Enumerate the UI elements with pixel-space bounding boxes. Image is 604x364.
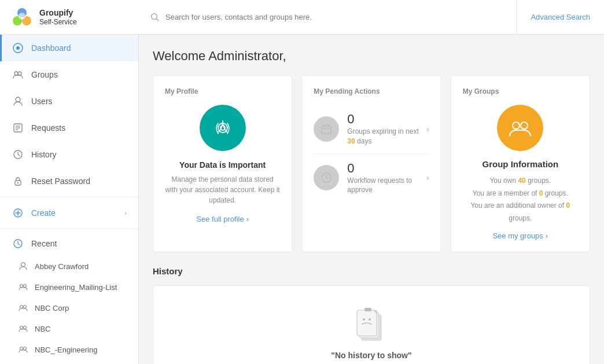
recent-item-nbc-engineering[interactable]: NBC_-Engineering bbox=[0, 339, 138, 360]
pending-groups-label: Groups expiring in next 30 days bbox=[347, 127, 426, 146]
history-no-data-title: "No history to show" bbox=[331, 351, 411, 360]
history-section-title: History bbox=[153, 266, 590, 276]
svg-point-39 bbox=[521, 122, 528, 129]
profile-link-chevron-icon: › bbox=[246, 215, 249, 223]
history-illustration bbox=[351, 303, 392, 344]
search-input[interactable] bbox=[165, 13, 504, 21]
svg-point-9 bbox=[18, 72, 21, 75]
svg-rect-33 bbox=[322, 126, 331, 134]
recent-user-icon bbox=[17, 260, 29, 272]
see-my-groups-link[interactable]: See my groups › bbox=[492, 231, 548, 240]
logo-area: Groupify Self-Service bbox=[0, 5, 139, 30]
history-card: "No history to show" "Make working histo… bbox=[153, 285, 590, 364]
welcome-title: Welcome Administrator, bbox=[153, 49, 590, 64]
pending-workflow-label: Workflow requests to approve bbox=[347, 176, 426, 196]
groups-member-count: 0 bbox=[539, 189, 543, 197]
svg-point-38 bbox=[513, 122, 520, 129]
dashboard-grid: My Profile Your Data is Import bbox=[153, 75, 590, 252]
my-profile-section-label: My Profile bbox=[165, 87, 280, 95]
my-groups-section-label: My Groups bbox=[463, 87, 578, 95]
sidebar-history-label: History bbox=[31, 150, 127, 159]
recent-item-engineering[interactable]: Engineering_Mailing-List bbox=[0, 277, 138, 297]
recent-section-header: Recent bbox=[0, 231, 138, 256]
sidebar-divider-2 bbox=[0, 229, 138, 229]
svg-point-10 bbox=[16, 97, 20, 102]
recent-item-abbey-label: Abbey Crawford bbox=[35, 262, 89, 271]
sidebar-item-requests[interactable]: Requests bbox=[0, 115, 138, 141]
reset-password-icon bbox=[12, 175, 24, 187]
svg-point-43 bbox=[363, 318, 365, 321]
svg-line-5 bbox=[157, 19, 159, 21]
sidebar-create-label: Create bbox=[31, 208, 124, 218]
topbar: Groupify Self-Service Advanced Search bbox=[0, 0, 604, 35]
svg-point-22 bbox=[21, 263, 25, 267]
my-groups-card: My Groups Group Information You own bbox=[451, 75, 590, 252]
svg-point-8 bbox=[14, 72, 18, 75]
pending-30-days: 30 bbox=[347, 137, 357, 145]
pending-icon-workflow bbox=[314, 165, 339, 190]
pending-item2-chevron-icon[interactable]: › bbox=[426, 173, 429, 182]
pending-workflow-count: 0 bbox=[347, 161, 426, 176]
svg-point-28 bbox=[24, 326, 27, 329]
sidebar-item-create[interactable]: Create › bbox=[0, 200, 138, 226]
recent-item-nbc-corp[interactable]: NBC Corp bbox=[0, 297, 138, 318]
my-profile-card: My Profile Your Data is Import bbox=[153, 75, 292, 252]
groups-additional-count: 0 bbox=[566, 201, 570, 209]
main-content: Welcome Administrator, My Profile bbox=[139, 35, 604, 364]
profile-avatar bbox=[200, 105, 246, 151]
groups-link-chevron-icon: › bbox=[546, 231, 548, 240]
sidebar: Dashboard Groups Users bbox=[0, 35, 139, 364]
svg-rect-46 bbox=[364, 308, 371, 311]
dashboard-icon bbox=[12, 42, 24, 54]
sidebar-dashboard-label: Dashboard bbox=[31, 43, 127, 53]
sidebar-divider bbox=[0, 197, 138, 197]
sidebar-requests-label: Requests bbox=[31, 123, 127, 133]
svg-point-24 bbox=[24, 285, 27, 288]
pending-workflow-info: 0 Workflow requests to approve bbox=[347, 161, 426, 196]
profile-card-desc: Manage the personal data stored with you… bbox=[165, 174, 280, 205]
recent-group-icon-2 bbox=[17, 302, 29, 314]
svg-point-23 bbox=[20, 285, 23, 288]
sidebar-item-reset-password[interactable]: Reset Password bbox=[0, 168, 138, 194]
search-area bbox=[139, 0, 517, 34]
groups-icon bbox=[12, 68, 24, 81]
sidebar-item-groups[interactable]: Groups bbox=[0, 61, 138, 88]
logo-icon bbox=[9, 5, 35, 30]
advanced-search-link[interactable]: Advanced Search bbox=[517, 13, 604, 21]
pending-groups-info: 0 Groups expiring in next 30 days bbox=[347, 112, 426, 146]
groups-own-count: 40 bbox=[518, 177, 525, 185]
svg-point-3 bbox=[19, 13, 25, 20]
user-icon bbox=[12, 95, 24, 108]
groups-card-content: Group Information You own 40 groups. You… bbox=[463, 105, 578, 240]
recent-item-nbc-engineering-label: NBC_-Engineering bbox=[35, 345, 97, 354]
sidebar-item-users[interactable]: Users bbox=[0, 88, 138, 115]
recent-label: Recent bbox=[31, 239, 57, 248]
svg-point-30 bbox=[24, 347, 27, 350]
recent-icon bbox=[12, 237, 24, 250]
pending-item1-chevron-icon[interactable]: › bbox=[426, 124, 429, 134]
sidebar-item-history[interactable]: History bbox=[0, 141, 138, 168]
groups-avatar bbox=[497, 105, 543, 151]
groups-card-title: Group Information bbox=[482, 159, 558, 169]
recent-item-nbc-corp-label: NBC Corp bbox=[35, 304, 69, 312]
recent-item-nbc-label: NBC bbox=[35, 325, 50, 333]
requests-icon bbox=[12, 122, 24, 134]
recent-item-nbc[interactable]: NBC bbox=[0, 318, 138, 339]
sidebar-item-dashboard[interactable]: Dashboard bbox=[0, 35, 138, 61]
svg-point-44 bbox=[369, 318, 371, 321]
svg-point-26 bbox=[24, 306, 27, 308]
svg-point-17 bbox=[17, 182, 19, 183]
recent-group-icon bbox=[17, 281, 29, 293]
recent-item-engineering-label: Engineering_Mailing-List bbox=[35, 283, 117, 292]
svg-point-27 bbox=[20, 326, 23, 329]
recent-group-icon-3 bbox=[17, 323, 29, 334]
my-pending-section-label: My Pending Actions bbox=[314, 87, 429, 95]
pending-item-workflow: 0 Workflow requests to approve › bbox=[314, 154, 429, 203]
svg-point-25 bbox=[20, 306, 23, 308]
svg-point-29 bbox=[20, 347, 23, 350]
my-pending-actions-card: My Pending Actions 0 Gr bbox=[301, 75, 441, 252]
search-icon bbox=[150, 13, 160, 22]
recent-item-abbey[interactable]: Abbey Crawford bbox=[0, 256, 138, 277]
see-full-profile-link[interactable]: See full profile › bbox=[196, 215, 249, 223]
main-layout: Dashboard Groups Users bbox=[0, 35, 604, 364]
